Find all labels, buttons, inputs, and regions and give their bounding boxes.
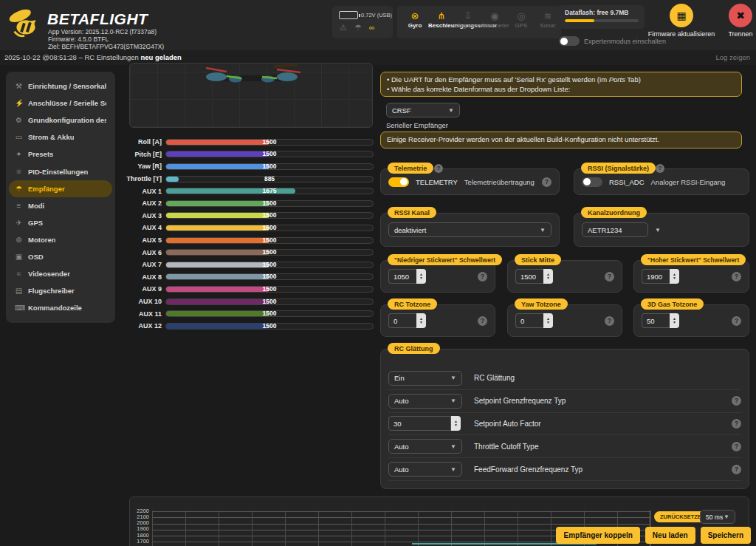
setup-icon: ⚒ — [15, 82, 23, 90]
rssi-badge: RSSI (Signalstärke) — [581, 163, 656, 174]
chevron-down-icon: ▼ — [540, 227, 546, 233]
stick-high-input[interactable]: 1900▲▼ — [642, 269, 679, 284]
mag-icon: ⇩ — [455, 10, 481, 22]
help-icon[interactable]: ? — [732, 272, 741, 281]
expert-mode-toggle[interactable] — [559, 36, 580, 46]
spinner[interactable]: ▲▼ — [416, 269, 426, 284]
3d-deadband-panel: 3D Gas Totzone 50▲▼ ? — [633, 304, 749, 337]
disconnect-button[interactable]: ✖ — [729, 4, 752, 27]
chevron-down-icon[interactable]: ▼ — [655, 227, 661, 233]
channel-row: Roll [A] 1500 — [126, 136, 374, 149]
sidebar-item-motors[interactable]: ⊛ Motoren — [9, 231, 112, 248]
smoothing-select[interactable]: Auto▼ — [388, 394, 462, 409]
rc-smoothing-panel: RC Glättung Ein▼ RC Glättung ? Auto▼ Set… — [380, 349, 749, 489]
help-icon[interactable]: ? — [732, 316, 741, 326]
channel-row: Yaw [R] 1500 — [126, 160, 374, 173]
sidebar-item-osd[interactable]: ▣ OSD — [9, 248, 112, 265]
smoothing-row: 30▲▼ Setpoint Auto Factor ? — [388, 413, 741, 436]
link-icon: ∞ — [369, 23, 375, 33]
rssi-adc-toggle[interactable] — [582, 177, 602, 187]
sidebar-item-gps[interactable]: ✈ GPS — [9, 214, 112, 231]
provider-support-note: Einige Receiver-Provider werden von der … — [380, 132, 742, 149]
sidebar-item-modes[interactable]: ≡ Modi — [9, 197, 112, 214]
gyro-icon: ⊗ — [402, 10, 428, 22]
help-icon[interactable]: ? — [732, 442, 741, 451]
sidebar-item-cli[interactable]: ⌨ Kommandozeile — [9, 299, 112, 316]
sidebar-item-vtx[interactable]: ≈ Videosender — [9, 265, 112, 282]
channel-map-input[interactable]: AETR1234 — [582, 222, 648, 237]
smoothing-select[interactable]: Auto▼ — [388, 462, 462, 477]
telemetry-toggle[interactable] — [388, 177, 409, 187]
chevron-down-icon: ▼ — [450, 466, 456, 473]
battery-icon — [339, 11, 358, 19]
smoothing-select[interactable]: Ein▼ — [388, 371, 462, 386]
help-icon[interactable]: ? — [434, 164, 443, 173]
motors-icon: ⊛ — [15, 236, 23, 244]
yaw-deadband-panel: Yaw Totzone 0▲▼ ? — [507, 304, 622, 337]
spinner[interactable]: ▲▼ — [670, 269, 679, 284]
configuration-icon: ⚙ — [15, 116, 23, 124]
help-icon[interactable]: ? — [542, 177, 551, 187]
stick-center-input[interactable]: 1500▲▼ — [515, 269, 553, 284]
dataflash-panel: Dataflash: free 9.7MB — [559, 5, 645, 29]
help-icon[interactable]: ? — [732, 465, 741, 474]
target-name: Ziel: BEFH/BETAFPVG473(STM32G47X) — [48, 43, 164, 50]
sidebar-item-pid-tuning[interactable]: ⚛ PID-Einstellungen — [9, 163, 112, 180]
spinner[interactable]: ▲▼ — [543, 269, 553, 284]
uart-note: • Die UART für den Empfänger muss auf 'S… — [380, 72, 742, 97]
firmware-flasher-button[interactable]: ▦ — [670, 4, 693, 27]
channel-row: AUX 1 1675 — [126, 185, 374, 197]
help-icon[interactable]: ? — [605, 316, 614, 326]
reload-button[interactable]: Neu laden — [645, 527, 695, 544]
channel-row: Pitch [E] 1500 — [126, 149, 374, 161]
sidebar-item-configuration[interactable]: ⚙ Grundkonfiguration des Copters — [9, 112, 112, 129]
chevron-down-icon: ▼ — [450, 443, 456, 450]
battery-status-panel: 0.72V (USB) ⚠ ☂ ∞ — [332, 6, 393, 38]
channel-row: AUX 8 1500 — [126, 271, 374, 284]
spinner[interactable]: ▲▼ — [543, 313, 553, 328]
pid-tuning-icon: ⚛ — [15, 168, 23, 176]
chip-icon: ▦ — [676, 10, 686, 21]
sensor-gps: ◎ GPS — [508, 10, 535, 38]
help-icon[interactable]: ? — [732, 419, 741, 429]
rc-deadband-panel: RC Totzone 0▲▼ ? — [380, 304, 495, 337]
help-icon[interactable]: ? — [605, 272, 614, 281]
help-icon[interactable]: ? — [478, 316, 487, 326]
stick-high-panel: "Hoher Stickwert" Schwellwert 1900▲▼ ? — [633, 260, 749, 293]
power-icon: ▭ — [15, 133, 23, 141]
save-button[interactable]: Speichern — [701, 527, 751, 544]
help-icon[interactable]: ? — [656, 164, 664, 173]
refresh-rate-select[interactable]: 50 ms▼ — [700, 510, 735, 524]
help-icon[interactable]: ? — [478, 272, 487, 281]
osd-icon: ▣ — [15, 253, 23, 261]
channel-row: AUX 4 1500 — [126, 222, 374, 234]
smoothing-number-input[interactable]: 30▲▼ — [388, 416, 462, 431]
y-axis-tick: 1700 — [130, 538, 149, 545]
help-icon[interactable]: ? — [732, 396, 741, 406]
modes-icon: ≡ — [15, 202, 23, 210]
sidebar-item-blackbox[interactable]: ▤ Flugschreiber — [9, 282, 112, 299]
cli-icon: ⌨ — [15, 304, 23, 312]
sidebar-item-power[interactable]: ▭ Strom & Akku — [9, 129, 112, 146]
yaw-deadband-input[interactable]: 0▲▼ — [515, 313, 553, 328]
sidebar-item-receiver[interactable]: ☂ Empfänger — [9, 180, 112, 197]
3d-deadband-input[interactable]: 50▲▼ — [642, 313, 679, 328]
spinner[interactable]: ▲▼ — [670, 313, 679, 328]
model-preview[interactable] — [129, 63, 373, 128]
rssi-channel-select[interactable]: deaktiviert▼ — [388, 222, 551, 237]
sidebar-item-setup[interactable]: ⚒ Einrichtung / Sensorkalibrierung — [9, 78, 112, 95]
rc-deadband-input[interactable]: 0▲▼ — [388, 313, 426, 328]
serial-provider-select[interactable]: CRSF▼ — [386, 103, 460, 117]
status-bar: 2025-10-22 @08:51:28 – RC Einstellungen … — [0, 50, 756, 65]
spinner[interactable]: ▲▼ — [416, 313, 426, 328]
sidebar-item-ports[interactable]: ⚡ Anschlüsse / Serielle Schnittstellen — [9, 95, 112, 112]
spinner[interactable]: ▲▼ — [451, 416, 461, 431]
bind-receiver-button[interactable]: Empfänger koppeln — [556, 527, 639, 544]
stick-low-input[interactable]: 1050▲▼ — [388, 269, 426, 284]
app-logo: BETAFLIGHT — [47, 10, 148, 28]
channel-row: AUX 5 1500 — [126, 234, 374, 247]
sidebar-item-presets[interactable]: ✦ Presets — [9, 146, 112, 163]
smoothing-select[interactable]: Auto▼ — [388, 439, 462, 454]
status-message: 2025-10-22 @08:51:28 – RC Einstellungen … — [4, 53, 182, 61]
show-log-link[interactable]: Log zeigen — [716, 53, 750, 61]
